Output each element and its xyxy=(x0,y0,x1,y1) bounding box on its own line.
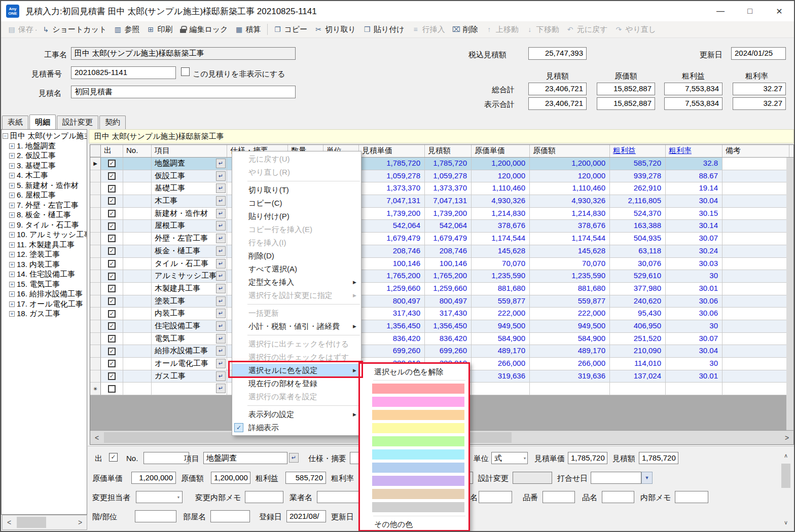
item-cell[interactable]: 給排水設備工事↵ xyxy=(152,345,227,358)
out-check-cell[interactable]: ✓ xyxy=(101,258,123,271)
profit-cell[interactable]: 163,388 xyxy=(610,220,666,233)
out-check-cell[interactable]: ✓ xyxy=(101,245,123,258)
detail-unit-price-field[interactable]: 1,785,720 xyxy=(568,452,607,464)
expand-icon[interactable]: + xyxy=(9,163,15,169)
row-checkbox[interactable]: ✓ xyxy=(108,235,116,242)
profit-cell[interactable]: 63,118 xyxy=(610,245,666,258)
undo-button[interactable]: ↶元に戻す xyxy=(563,23,611,36)
profit-cell[interactable]: 30,076 xyxy=(610,258,666,271)
col-header-amount[interactable]: 見積額 xyxy=(425,145,472,157)
item-lookup-icon[interactable]: ↵ xyxy=(216,159,226,168)
item-cell[interactable]: 新建材・造作材↵ xyxy=(152,208,227,220)
color-swatch-cdb3f2[interactable] xyxy=(372,476,464,486)
rate-cell[interactable]: 30 xyxy=(666,270,722,283)
item-lookup-icon[interactable]: ↵ xyxy=(216,271,226,281)
cost-cell[interactable]: 120,000 xyxy=(530,170,610,183)
row-checkbox[interactable]: ✓ xyxy=(108,185,116,193)
rate-cell[interactable]: 30 xyxy=(666,358,722,370)
no-cell[interactable] xyxy=(123,170,152,183)
item-lookup-icon[interactable]: ↵ xyxy=(216,309,226,318)
unit_price-cell[interactable]: 1,679,479 xyxy=(359,233,425,245)
profit-cell[interactable]: 2,116,805 xyxy=(610,195,666,208)
unit_price-cell[interactable]: 1,373,370 xyxy=(359,182,425,195)
cost_unit-cell[interactable]: 881,680 xyxy=(472,283,530,295)
tree-item[interactable]: +14. 住宅設備工事 xyxy=(3,270,87,280)
tree-item[interactable]: +12. 塗装工事 xyxy=(3,250,87,260)
cost-cell[interactable]: 1,200,000 xyxy=(530,158,610,170)
expand-icon[interactable]: + xyxy=(9,272,15,277)
profit-cell[interactable]: 137,024 xyxy=(610,370,666,383)
item-lookup-icon[interactable]: ↵ xyxy=(216,384,226,393)
cost-cell[interactable]: 145,628 xyxy=(530,245,610,258)
profit-field[interactable]: 585,720 xyxy=(285,472,326,484)
unit_price-cell[interactable]: 100,146 xyxy=(359,258,425,271)
profit-cell[interactable]: 240,620 xyxy=(610,295,666,308)
memo-cell[interactable] xyxy=(722,320,789,333)
reference-button[interactable]: ▥参照 xyxy=(110,23,143,36)
menu-item-やり直し(R)[interactable]: やり直し(R) xyxy=(232,166,361,179)
part-name-field[interactable] xyxy=(602,491,634,503)
expand-icon[interactable]: + xyxy=(9,222,15,228)
item-cell[interactable]: 外壁・左官工事↵ xyxy=(152,233,227,245)
expand-icon[interactable]: + xyxy=(9,262,15,268)
unit_price-cell[interactable]: 542,064 xyxy=(359,220,425,233)
rate-cell[interactable]: 30.14 xyxy=(666,220,722,233)
cost_unit-cell[interactable] xyxy=(472,383,530,395)
profit-cell[interactable]: 210,090 xyxy=(610,345,666,358)
tree-scroll-thumb[interactable] xyxy=(17,517,46,528)
rate-cell[interactable] xyxy=(666,383,722,395)
no-cell[interactable] xyxy=(123,195,152,208)
expand-icon[interactable]: + xyxy=(9,242,15,248)
tree-item[interactable]: +2. 仮設工事 xyxy=(3,151,87,161)
amount-cell[interactable]: 1,356,450 xyxy=(425,320,472,333)
expand-icon[interactable]: + xyxy=(9,153,15,159)
maximize-button[interactable]: □ xyxy=(735,1,765,21)
row-selector[interactable] xyxy=(90,308,101,320)
row-checkbox[interactable]: ✓ xyxy=(108,260,116,268)
row-selector[interactable] xyxy=(90,345,101,358)
item-lookup-icon[interactable]: ↵ xyxy=(216,171,226,181)
row-selector[interactable] xyxy=(90,320,101,333)
cost_unit-cell[interactable]: 70,070 xyxy=(472,258,530,271)
row-selector[interactable] xyxy=(90,170,101,183)
row-checkbox[interactable]: ✓ xyxy=(108,160,116,167)
out-check-cell[interactable] xyxy=(101,383,123,395)
out-check-cell[interactable]: ✓ xyxy=(101,345,123,358)
cost-cell[interactable]: 584,900 xyxy=(530,333,610,346)
item-lookup-icon[interactable]: ↵ xyxy=(216,296,226,306)
out-check-cell[interactable]: ✓ xyxy=(101,220,123,233)
unit_price-cell[interactable]: 1,059,278 xyxy=(359,170,425,183)
cost_unit-cell[interactable]: 145,628 xyxy=(472,245,530,258)
color-swatch-e7d0b4[interactable] xyxy=(372,489,464,499)
unit_price-cell[interactable]: 1,765,200 xyxy=(359,270,425,283)
no-cell[interactable] xyxy=(123,383,152,395)
tree-item[interactable]: +10. アルミサッシ工事 xyxy=(3,230,87,240)
submenu-item-clear-color[interactable]: 選択セルの色を解除 xyxy=(360,365,468,378)
profit-cell[interactable]: 406,950 xyxy=(610,320,666,333)
tree-item[interactable]: +17. オール電化工事 xyxy=(3,299,87,310)
tree-item[interactable]: +5. 新建材・造作材 xyxy=(3,181,87,191)
accumulate-button[interactable]: ▦積算 xyxy=(232,23,265,36)
tree-item[interactable]: +7. 外壁・左官工事 xyxy=(3,201,87,211)
color-swatch-a8f0fc[interactable] xyxy=(372,449,464,460)
row-selector[interactable] xyxy=(90,333,101,346)
out-check-cell[interactable]: ✓ xyxy=(101,158,123,170)
no-cell[interactable] xyxy=(123,233,152,245)
cost_unit-cell[interactable]: 1,200,000 xyxy=(472,158,530,170)
item-lookup-icon[interactable]: ↵ xyxy=(216,284,226,293)
tree-item[interactable]: +8. 板金・樋工事 xyxy=(3,210,87,220)
no-cell[interactable] xyxy=(123,283,152,295)
menu-item-コピー行を挿入(E)[interactable]: コピー行を挿入(E) xyxy=(232,223,361,236)
out-check-cell[interactable]: ✓ xyxy=(101,195,123,208)
color-swatch-ffa8ec[interactable] xyxy=(372,397,464,407)
expand-icon[interactable]: + xyxy=(9,252,15,257)
tab-設計変更[interactable]: 設計変更 xyxy=(57,116,98,129)
no-cell[interactable] xyxy=(123,358,152,370)
menu-item-選択行の業者を設定[interactable]: 選択行の業者を設定 xyxy=(232,390,361,403)
amount-cell[interactable]: 1,259,660 xyxy=(425,283,472,295)
cost-cell[interactable]: 1,235,590 xyxy=(530,270,610,283)
item-cell[interactable]: 屋根工事↵ xyxy=(152,220,227,233)
unit_price-cell[interactable]: 836,420 xyxy=(359,333,425,346)
amount-cell[interactable]: 1,785,720 xyxy=(425,158,472,170)
menu-item-選択セルに色を設定[interactable]: 選択セルに色を設定▶ xyxy=(232,364,361,377)
